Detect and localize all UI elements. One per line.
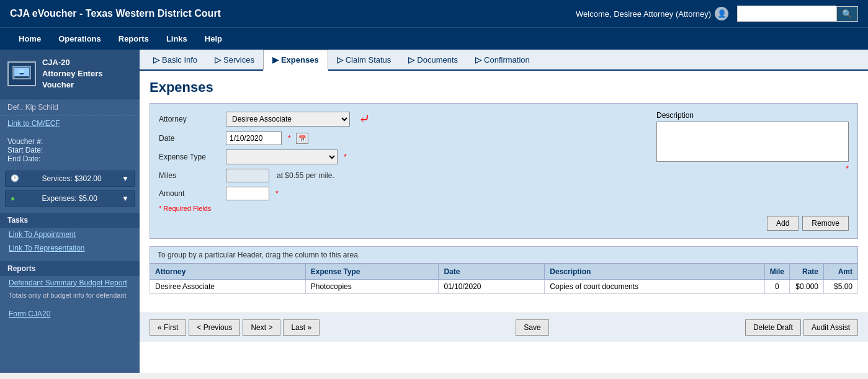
form-right: Description * xyxy=(656,111,849,212)
nav-home[interactable]: Home xyxy=(10,28,50,50)
cell-date: 01/10/2020 xyxy=(439,280,545,294)
reports-title: Reports xyxy=(0,261,140,276)
svg-rect-2 xyxy=(16,76,28,78)
sidebar-cmecf-link[interactable]: Link to CM/ECF xyxy=(0,116,140,130)
search-box: 🔍 xyxy=(737,6,858,22)
sidebar-tasks-section: Tasks Link To Appointment Link To Repres… xyxy=(0,213,140,255)
table-row: Desiree Associate Photocopies 01/10/2020… xyxy=(150,280,858,294)
footer-nav-center: Save xyxy=(516,319,548,336)
first-button[interactable]: « First xyxy=(150,319,186,336)
miles-input[interactable] xyxy=(226,169,269,182)
search-button[interactable]: 🔍 xyxy=(836,6,858,22)
nav-bar: Home Operations Reports Links Help xyxy=(0,27,868,50)
tab-claim-status[interactable]: ▷ Claim Status xyxy=(328,50,400,69)
description-label: Description xyxy=(656,111,849,120)
defendant-summary-report-link[interactable]: Defendant Summary Budget Report xyxy=(0,276,140,290)
col-amt: Amt xyxy=(824,264,858,280)
tab-services[interactable]: ▷ Services xyxy=(206,50,263,69)
next-button[interactable]: Next > xyxy=(243,319,280,336)
attorney-row: Attorney Desiree Associate ⤶ xyxy=(159,111,647,127)
tab-documents[interactable]: ▷ Documents xyxy=(400,50,467,69)
expense-type-select[interactable] xyxy=(226,149,338,164)
date-row: Date * 📅 xyxy=(159,132,647,145)
tab-basic-info[interactable]: ▷ Basic Info xyxy=(145,50,206,69)
description-textarea[interactable] xyxy=(656,122,849,162)
expense-type-row: Expense Type * xyxy=(159,149,647,164)
delete-draft-button[interactable]: Delete Draft xyxy=(745,319,801,336)
cell-amt: $5.00 xyxy=(824,280,858,294)
footer-nav-right: Delete Draft Audit Assist xyxy=(745,319,858,336)
form-top-row: Attorney Desiree Associate ⤶ Date * 📅 xyxy=(159,111,849,212)
voucher-subtitle: Attorney Enters Voucher xyxy=(42,68,132,91)
tab-expenses[interactable]: ▶ Expenses xyxy=(263,50,328,71)
sidebar-voucher-info: Voucher #: Start Date: End Date: xyxy=(0,133,140,167)
cell-mile: 0 xyxy=(764,280,789,294)
col-date: Date xyxy=(439,264,545,280)
sidebar-defendant: Def.: Kip Schild xyxy=(0,99,140,116)
welcome-text: Welcome, Desiree Attorney (Attorney) xyxy=(576,9,711,19)
search-input[interactable] xyxy=(737,6,836,22)
sidebar-header: CJA-20 Attorney Enters Voucher xyxy=(0,50,140,99)
form-buttons: Add Remove xyxy=(159,216,849,231)
avatar: 👤 xyxy=(715,7,728,20)
col-mile: Mile xyxy=(764,264,789,280)
nav-reports[interactable]: Reports xyxy=(110,28,158,50)
miles-rate-text: at $0.55 per mile. xyxy=(277,171,334,180)
sidebar-voucher-title: CJA-20 Attorney Enters Voucher xyxy=(42,57,132,91)
date-input[interactable] xyxy=(226,132,282,145)
expenses-section: Expenses Attorney Desiree Associate ⤶ xyxy=(140,71,868,303)
expenses-form: Attorney Desiree Associate ⤶ Date * 📅 xyxy=(150,103,858,239)
form-cja20-link[interactable]: Form CJA20 xyxy=(0,307,140,321)
cell-attorney: Desiree Associate xyxy=(150,280,306,294)
miles-row: Miles at $0.55 per mile. xyxy=(159,169,647,182)
nav-operations[interactable]: Operations xyxy=(50,28,110,50)
tab-confirmation[interactable]: ▷ Confirmation xyxy=(467,50,539,69)
nav-links[interactable]: Links xyxy=(158,28,196,50)
breadcrumb-tabs: ▷ Basic Info ▷ Services ▶ Expenses ▷ Cla… xyxy=(140,50,868,71)
col-description: Description xyxy=(545,264,764,280)
link-to-appointment[interactable]: Link To Appointment xyxy=(0,228,140,241)
col-rate: Rate xyxy=(790,264,824,280)
remove-button[interactable]: Remove xyxy=(802,216,849,231)
expenses-title: Expenses xyxy=(150,79,858,96)
expenses-table: Attorney Expense Type Date Description M… xyxy=(150,264,858,294)
previous-button[interactable]: < Previous xyxy=(189,319,240,336)
miles-label: Miles xyxy=(159,171,221,180)
cell-rate: $0.000 xyxy=(790,280,824,294)
expenses-table-area: To group by a particular Header, drag th… xyxy=(150,246,858,294)
cell-description: Copies of court documents xyxy=(545,280,764,294)
calendar-icon[interactable]: 📅 xyxy=(296,133,308,144)
amount-row: Amount * xyxy=(159,187,647,200)
sidebar-form-section: Form CJA20 xyxy=(0,307,140,321)
expense-type-label: Expense Type xyxy=(159,153,221,161)
nav-help[interactable]: Help xyxy=(196,28,231,50)
sidebar: CJA-20 Attorney Enters Voucher Def.: Kip… xyxy=(0,50,140,373)
sidebar-reports-section: Reports Defendant Summary Budget Report … xyxy=(0,261,140,301)
last-button[interactable]: Last » xyxy=(283,319,320,336)
table-header-row: Attorney Expense Type Date Description M… xyxy=(150,264,858,280)
svg-rect-4 xyxy=(19,69,24,73)
voucher-type: CJA-20 xyxy=(42,57,132,68)
voucher-icon xyxy=(7,61,36,86)
amount-label: Amount xyxy=(159,189,221,198)
save-button[interactable]: Save xyxy=(516,319,548,336)
amount-input[interactable] xyxy=(226,187,269,200)
date-label: Date xyxy=(159,134,221,143)
col-expense-type: Expense Type xyxy=(305,264,439,280)
col-attorney: Attorney xyxy=(150,264,306,280)
form-left: Attorney Desiree Associate ⤶ Date * 📅 xyxy=(159,111,647,212)
required-note: * Required Fields xyxy=(159,205,647,212)
services-amount-button[interactable]: Services: $302.00 ▼ xyxy=(5,171,135,187)
attorney-label: Attorney xyxy=(159,115,221,123)
content-area: ▷ Basic Info ▷ Services ▶ Expenses ▷ Cla… xyxy=(140,50,868,373)
main-layout: CJA-20 Attorney Enters Voucher Def.: Kip… xyxy=(0,50,868,373)
app-title: CJA eVoucher - Texas Western District Co… xyxy=(10,8,221,19)
link-to-representation[interactable]: Link To Representation xyxy=(0,241,140,255)
add-button[interactable]: Add xyxy=(767,216,799,231)
expenses-amount-button[interactable]: Expenses: $5.00 ▼ xyxy=(5,190,135,207)
top-header: CJA eVoucher - Texas Western District Co… xyxy=(0,0,868,27)
drag-hint: To group by a particular Header, drag th… xyxy=(150,246,858,264)
tasks-title: Tasks xyxy=(0,213,140,228)
audit-assist-button[interactable]: Audit Assist xyxy=(803,319,858,336)
attorney-select[interactable]: Desiree Associate xyxy=(226,112,350,127)
